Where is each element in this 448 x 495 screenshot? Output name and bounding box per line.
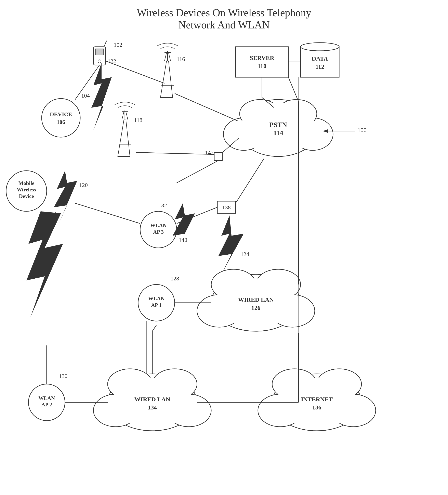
label-104: 104 xyxy=(81,93,90,99)
mobile-wireless-device-circle xyxy=(6,171,47,211)
svg-point-71 xyxy=(331,394,376,427)
cell-tower-118 xyxy=(115,102,135,157)
label-108: 108 xyxy=(48,210,56,217)
svg-line-80 xyxy=(152,325,156,331)
svg-text:WIRED LAN: WIRED LAN xyxy=(134,396,170,402)
mobile-label-line2: Wireless xyxy=(17,187,36,193)
svg-point-7 xyxy=(224,118,264,150)
svg-point-49 xyxy=(211,274,301,331)
wlan-ap2-label1: WLAN xyxy=(39,395,55,401)
mobile-label-line1: Mobile xyxy=(18,180,34,186)
svg-line-35 xyxy=(126,112,128,120)
data-label: DATA xyxy=(312,55,328,62)
lightning-bolt-138-area xyxy=(173,203,195,250)
svg-point-66 xyxy=(112,378,193,427)
label-124: 124 xyxy=(241,251,249,257)
svg-text:134: 134 xyxy=(148,404,157,411)
svg-line-48 xyxy=(75,203,140,223)
svg-point-10 xyxy=(276,100,317,128)
svg-point-6 xyxy=(237,100,319,156)
svg-line-43 xyxy=(236,159,264,203)
svg-marker-41 xyxy=(173,203,195,250)
svg-point-61 xyxy=(108,374,197,431)
label-138: 138 xyxy=(222,204,231,210)
title-line1: Wireless Devices On Wireless Telephony xyxy=(137,7,311,18)
wired-lan-126-cloud: WIRED LAN 126 xyxy=(197,269,315,331)
svg-rect-19 xyxy=(95,49,104,55)
svg-line-59 xyxy=(288,77,299,102)
wlan-ap1-circle xyxy=(138,285,175,321)
svg-point-3 xyxy=(301,43,339,51)
connector-142 xyxy=(214,152,222,161)
label-130: 130 xyxy=(59,373,67,379)
cell-tower-116 xyxy=(158,43,178,98)
wired-lan-134-cloud: WIRED LAN 134 xyxy=(93,369,211,431)
label-122: 122 xyxy=(108,58,116,64)
label-116: 116 xyxy=(177,56,185,62)
svg-marker-38 xyxy=(91,63,112,130)
svg-text:106: 106 xyxy=(57,119,65,125)
svg-point-72 xyxy=(272,369,317,399)
svg-point-74 xyxy=(276,378,357,427)
device-106-label: DEVICE xyxy=(50,111,72,117)
lightning-bolt-122 xyxy=(91,63,112,130)
server-box xyxy=(236,47,288,77)
svg-point-73 xyxy=(317,369,361,399)
svg-point-63 xyxy=(167,394,211,427)
svg-rect-18 xyxy=(93,47,105,65)
server-label: SERVER xyxy=(250,55,274,61)
svg-point-8 xyxy=(292,118,333,150)
svg-line-47 xyxy=(136,152,214,154)
svg-point-69 xyxy=(272,374,361,431)
svg-point-50 xyxy=(197,295,242,327)
data-box xyxy=(301,47,339,77)
label-102: 102 xyxy=(114,42,122,48)
label-118: 118 xyxy=(134,117,142,123)
svg-point-12 xyxy=(243,105,314,151)
svg-text:PSTN: PSTN xyxy=(269,121,287,128)
svg-line-46 xyxy=(175,94,237,121)
internet-cloud: INTERNET 136 xyxy=(258,369,376,431)
wlan-ap2-circle xyxy=(28,384,65,421)
svg-marker-31 xyxy=(118,120,130,156)
svg-point-62 xyxy=(93,394,138,427)
mobile-label-line3: Device xyxy=(19,193,34,199)
label-120: 120 xyxy=(79,182,88,188)
svg-point-52 xyxy=(211,269,256,300)
device-106-circle xyxy=(42,98,80,137)
wlan-ap3-label2: AP 3 xyxy=(153,229,164,235)
svg-text:126: 126 xyxy=(251,304,261,311)
label-100: 100 xyxy=(357,127,367,133)
svg-point-51 xyxy=(270,295,315,327)
pstn-cloud: PSTN 114 xyxy=(224,100,333,156)
lightning-bolt-large-down xyxy=(26,211,63,317)
label-132: 132 xyxy=(158,202,167,208)
phone-device-102 xyxy=(93,41,107,65)
wlan-ap3-circle xyxy=(140,211,177,248)
svg-text:INTERNET: INTERNET xyxy=(301,396,333,402)
box-138 xyxy=(217,201,236,213)
lightning-bolt-120 xyxy=(54,171,77,223)
svg-line-21 xyxy=(104,41,107,47)
svg-text:136: 136 xyxy=(312,404,321,411)
svg-line-45 xyxy=(177,161,218,183)
wlan-ap1-label2: AP 1 xyxy=(151,302,162,308)
wlan-ap1-label1: WLAN xyxy=(148,296,165,302)
svg-text:WIRED LAN: WIRED LAN xyxy=(238,296,274,303)
svg-line-27 xyxy=(164,53,167,61)
svg-line-86 xyxy=(105,61,164,83)
svg-marker-42 xyxy=(218,215,244,274)
svg-point-70 xyxy=(258,394,303,427)
svg-text:114: 114 xyxy=(273,129,283,137)
svg-point-11 xyxy=(241,103,316,153)
title-line2: Network And WLAN xyxy=(178,19,270,31)
svg-text:110: 110 xyxy=(258,63,266,69)
svg-line-28 xyxy=(169,53,171,61)
svg-text:112: 112 xyxy=(315,63,324,70)
svg-point-65 xyxy=(152,369,197,399)
svg-point-64 xyxy=(108,369,152,399)
svg-line-60 xyxy=(177,207,217,223)
svg-line-44 xyxy=(220,138,239,154)
svg-point-53 xyxy=(256,269,301,300)
svg-line-34 xyxy=(122,112,124,120)
